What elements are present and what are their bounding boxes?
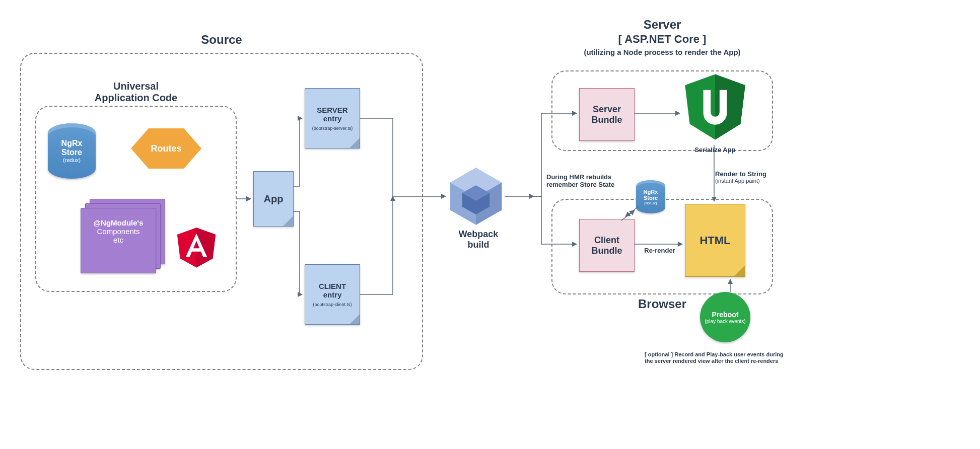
angular-logo-icon [174, 221, 219, 272]
preboot-circle: Preboot (play back events) [700, 292, 750, 342]
ngrx-label-sub: (redux) [48, 157, 96, 163]
webpack-label: Webpackbuild [433, 229, 524, 250]
re-render-label: Re-render [637, 247, 682, 254]
server-bundle-label: Server Bundle [580, 104, 634, 125]
server-bundle-box: Server Bundle [579, 88, 635, 141]
serialize-app-label: Serialize App [687, 146, 743, 154]
preboot-label: Preboot [712, 311, 739, 319]
ngrx-label-1: NgRx [48, 139, 96, 148]
server-title: Server [551, 18, 773, 32]
ngrx-store-cylinder: NgRx Store (redux) [48, 123, 96, 179]
preboot-sub: (play back events) [705, 319, 745, 324]
ngrx-store-small-cylinder: NgRx Store (redux) [636, 180, 665, 213]
server-entry-l2: entry [309, 114, 356, 123]
app-document: App [253, 171, 294, 227]
ngrx-small-l2: Store [636, 195, 665, 201]
server-entry-l1: SERVER [309, 106, 356, 114]
client-entry-document: CLIENT entry (bootstrap-client.ts) [305, 264, 360, 325]
client-bundle-box: Client Bundle [579, 219, 635, 272]
client-entry-file: (bootstrap-client.ts) [309, 302, 356, 307]
html-label: HTML [699, 234, 730, 247]
client-bundle-label: Client Bundle [580, 235, 634, 256]
ngmodule-stack: @NgModule's Components etc [81, 199, 166, 274]
server-note: (utilizing a Node process to render the … [551, 48, 773, 56]
ngmodule-line2: Components [85, 227, 152, 236]
ngrx-small-sub: (redux) [636, 201, 665, 205]
ngrx-small-l1: NgRx [636, 189, 665, 195]
server-entry-file: (bootstrap-server.ts) [309, 126, 356, 131]
app-label: App [258, 193, 289, 205]
uac-title: Universal Application Code [35, 81, 237, 104]
webpack-cube-icon [448, 166, 504, 227]
render-to-string-label: Render to String (instant App paint) [715, 170, 786, 184]
server-entry-document: SERVER entry (bootstrap-server.ts) [305, 88, 360, 148]
ngmodule-line1: @NgModule's [85, 218, 152, 227]
html-document: HTML [685, 204, 745, 277]
optional-note: [ optional ] Record and Play-back user e… [645, 351, 786, 364]
ngmodule-line3: etc [85, 236, 152, 244]
ngrx-label-2: Store [48, 148, 96, 157]
client-entry-l1: CLIENT [309, 282, 356, 290]
uac-title-line2: Application Code [95, 92, 177, 103]
source-title: Source [20, 33, 423, 47]
hmr-note: During HMR rebuildsremember Store State [546, 174, 635, 189]
uac-title-line1: Universal [113, 81, 159, 92]
server-subtitle: [ ASP.NET Core ] [551, 33, 773, 46]
client-entry-l2: entry [309, 290, 356, 299]
angular-universal-logo-icon [682, 70, 748, 143]
routes-label: Routes [151, 143, 181, 154]
